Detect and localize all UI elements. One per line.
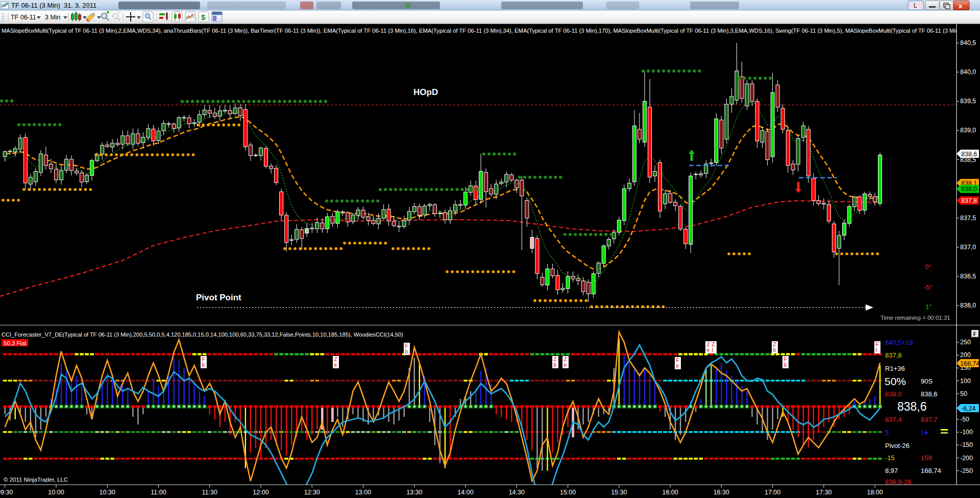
svg-text:50: 50 — [960, 390, 967, 397]
svg-text:Z: Z — [712, 342, 715, 347]
svg-text:HOpD: HOpD — [413, 87, 438, 97]
svg-text:R1+36: R1+36 — [885, 365, 905, 372]
svg-text:b: b — [773, 347, 776, 353]
svg-text:-15: -15 — [885, 454, 895, 462]
svg-text:159: 159 — [921, 454, 932, 462]
svg-text:17:00: 17:00 — [765, 489, 780, 496]
svg-text:839,5: 839,5 — [960, 98, 976, 105]
svg-text:$: $ — [201, 13, 206, 21]
svg-text:13:30: 13:30 — [406, 489, 422, 496]
svg-text:b: b — [405, 349, 408, 354]
svg-text:Z: Z — [334, 357, 337, 362]
svg-text:838,0: 838,0 — [885, 390, 902, 398]
svg-text:TF 06-11 (3 Min) 31. 3. 2011: TF 06-11 (3 Min) 31. 3. 2011 — [11, 2, 96, 9]
svg-text:12:30: 12:30 — [304, 489, 320, 496]
svg-text:16:00: 16:00 — [662, 489, 678, 496]
svg-text:F: F — [202, 357, 205, 362]
svg-text:Time remaining = 00:01:31: Time remaining = 00:01:31 — [880, 315, 950, 321]
svg-text:1♦: 1♦ — [921, 429, 928, 436]
svg-text:838,6: 838,6 — [961, 151, 977, 158]
svg-text:x: x — [959, 2, 963, 10]
svg-text:200: 200 — [960, 351, 971, 359]
svg-text:838,0: 838,0 — [961, 185, 977, 193]
svg-text:F: F — [973, 331, 977, 337]
svg-text:837,8: 837,8 — [961, 197, 977, 204]
svg-text:10:00: 10:00 — [48, 489, 64, 496]
svg-text:838,6: 838,6 — [921, 390, 938, 398]
svg-text:b: b — [202, 362, 205, 368]
svg-text:13:00: 13:00 — [355, 489, 371, 496]
svg-text:837,0: 837,0 — [960, 244, 976, 251]
svg-text:-200: -200 — [960, 455, 973, 462]
svg-text:17:30: 17:30 — [816, 489, 831, 496]
svg-text:3 Min: 3 Min — [45, 14, 61, 21]
svg-text:16:30: 16:30 — [714, 489, 729, 496]
svg-text:b: b — [784, 362, 787, 368]
svg-text:-5°: -5° — [924, 283, 933, 291]
svg-text:18:00: 18:00 — [867, 489, 883, 496]
svg-text:© 2011 NinjaTrader, LLC: © 2011 NinjaTrader, LLC — [4, 477, 68, 483]
svg-text:0°: 0° — [925, 263, 931, 271]
svg-text:e: e — [707, 347, 710, 353]
svg-text:12:00: 12:00 — [253, 489, 268, 496]
svg-text:837,8: 837,8 — [885, 351, 902, 359]
svg-text:11:30: 11:30 — [202, 489, 217, 496]
svg-text:250: 250 — [960, 339, 971, 346]
svg-text:e: e — [676, 363, 679, 369]
svg-text:-100: -100 — [960, 429, 973, 436]
svg-text:840,0: 840,0 — [960, 68, 976, 76]
svg-text:5: 5 — [885, 429, 889, 436]
svg-text:TF 06-11: TF 06-11 — [11, 14, 36, 21]
svg-text:90S: 90S — [921, 377, 933, 385]
svg-text:-6,24: -6,24 — [961, 405, 976, 412]
svg-text:840,5: 840,5 — [960, 39, 976, 46]
svg-text:F: F — [676, 358, 679, 363]
svg-text:e: e — [564, 362, 567, 368]
svg-text:837,4: 837,4 — [885, 416, 902, 423]
svg-text:11:00: 11:00 — [151, 489, 166, 496]
svg-text:10:30: 10:30 — [100, 489, 115, 496]
svg-text:Pivot-26: Pivot-26 — [885, 442, 910, 449]
svg-text:-150: -150 — [960, 441, 973, 448]
svg-text:b: b — [554, 362, 557, 368]
svg-text:836,0: 836,0 — [960, 302, 976, 309]
svg-text:-250: -250 — [960, 467, 973, 475]
svg-text:F: F — [405, 343, 408, 349]
svg-text:168,74: 168,74 — [960, 360, 979, 367]
svg-text:-50: -50 — [960, 416, 969, 423]
svg-text:50%: 50% — [885, 375, 906, 387]
svg-text:Z: Z — [564, 357, 567, 362]
svg-text:Pivot Point: Pivot Point — [196, 293, 241, 302]
svg-text:168,74: 168,74 — [921, 467, 941, 475]
svg-text:Z: Z — [554, 357, 557, 362]
svg-text:838,6: 838,6 — [897, 400, 927, 413]
svg-text:837,5: 837,5 — [960, 215, 976, 222]
svg-text:L: L — [914, 2, 917, 9]
svg-text:09:30: 09:30 — [0, 489, 13, 496]
svg-text:15:30: 15:30 — [611, 489, 627, 496]
svg-text:Z: Z — [707, 342, 710, 347]
svg-text:8,97: 8,97 — [885, 467, 898, 475]
svg-text:CCI_Forecaster_V7_DE(Typical o: CCI_Forecaster_V7_DE(Typical of TF 06-11… — [2, 331, 403, 338]
svg-text:836,5: 836,5 — [960, 273, 976, 280]
svg-text:t: t — [712, 347, 714, 353]
svg-text:837,7: 837,7 — [921, 416, 938, 423]
svg-text:F: F — [876, 342, 879, 347]
svg-text:15:00: 15:00 — [560, 489, 576, 496]
svg-text:Z: Z — [773, 342, 776, 347]
svg-text:100: 100 — [960, 377, 971, 385]
svg-text:e: e — [334, 362, 337, 368]
svg-text:1°: 1° — [925, 303, 932, 311]
svg-text:F: F — [784, 357, 787, 362]
svg-text:14:00: 14:00 — [457, 489, 473, 496]
svg-text:t: t — [876, 347, 877, 353]
svg-text:839,0: 839,0 — [960, 127, 976, 134]
svg-text:840,5+19: 840,5+19 — [885, 339, 913, 346]
svg-text:14:30: 14:30 — [509, 489, 525, 496]
svg-text:50,3 Flat: 50,3 Flat — [4, 340, 27, 346]
svg-text:MASlopeBoxMulti(Typical of TF: MASlopeBoxMulti(Typical of TF 06-11 (3 M… — [2, 28, 980, 34]
